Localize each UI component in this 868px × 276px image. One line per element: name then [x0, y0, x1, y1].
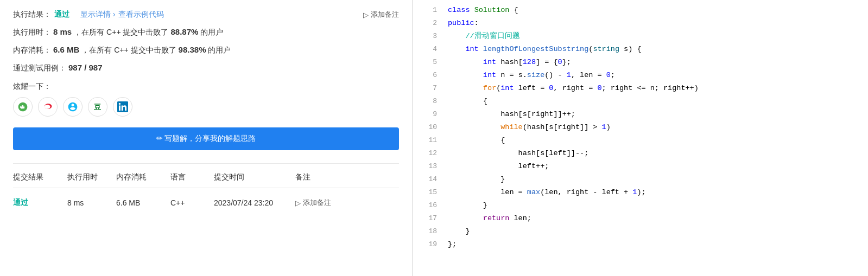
- mem-end: 的用户: [208, 46, 231, 55]
- flag-icon: ▷: [363, 11, 369, 19]
- code-line-14: 14 }: [413, 174, 868, 187]
- submission-table: 提交结果 执行用时 内存消耗 语言 提交时间 备注 通过 8 ms 6.6 MB…: [13, 163, 399, 212]
- social-icons: 豆: [13, 97, 399, 117]
- code-line-11: 11 {: [413, 134, 868, 147]
- row-add-note[interactable]: ▷ 添加备注: [295, 198, 350, 208]
- result-row: 执行结果： 通过 显示详情 › 查看示例代码 ▷ 添加备注: [13, 10, 399, 20]
- col-exec-time: 执行用时: [67, 172, 116, 182]
- memory-row: 内存消耗： 6.6 MB ，在所有 C++ 提交中击败了 98.38% 的用户: [13, 45, 399, 55]
- flag-icon-row: ▷: [295, 199, 301, 207]
- code-line-10: 10 while(hash[s[right]] > 1): [413, 121, 868, 134]
- code-panel: 1 class Solution { 2 public: 3 //滑动窗口问题 …: [413, 0, 868, 276]
- mem-label: 内存消耗：: [13, 46, 51, 55]
- code-line-12: 12 hash[s[left]]--;: [413, 147, 868, 161]
- code-line-6: 6 int n = s.size() - 1, len = 0;: [413, 69, 868, 82]
- code-block: 1 class Solution { 2 public: 3 //滑动窗口问题 …: [413, 0, 868, 256]
- col-note: 备注: [295, 172, 350, 182]
- code-line-5: 5 int hash[128] = {0};: [413, 56, 868, 69]
- code-line-4: 4 int lengthOfLongestSubstring(string s)…: [413, 43, 868, 56]
- row-submit-time: 2023/07/24 23:20: [214, 198, 295, 207]
- mem-value: 6.6 MB: [53, 45, 79, 54]
- code-line-18: 18 }: [413, 226, 868, 239]
- row-exec-time: 8 ms: [67, 198, 116, 207]
- show-details-link[interactable]: 显示详情 ›: [80, 10, 116, 20]
- code-line-13: 13 left++;: [413, 161, 868, 174]
- wechat-icon[interactable]: [13, 97, 33, 117]
- code-line-15: 15 len = max(len, right - left + 1);: [413, 187, 868, 200]
- mem-suffix: ，在所有 C++ 提交中击败了: [81, 46, 176, 55]
- exec-time-value: 8 ms: [53, 27, 72, 36]
- row-memory: 6.6 MB: [116, 198, 170, 207]
- result-status: 通过: [54, 10, 69, 20]
- code-line-8: 8 {: [413, 95, 868, 108]
- svg-text:豆: 豆: [94, 103, 101, 111]
- share-label: 炫耀一下：: [13, 82, 399, 92]
- add-note-button-top[interactable]: ▷ 添加备注: [363, 10, 399, 20]
- code-line-19: 19 };: [413, 239, 868, 252]
- code-line-9: 9 hash[s[right]]++;: [413, 108, 868, 121]
- row-status: 通过: [13, 198, 67, 208]
- exec-time-end: 的用户: [200, 28, 223, 37]
- col-lang: 语言: [170, 172, 214, 182]
- code-line-3: 3 //滑动窗口问题: [413, 30, 868, 43]
- view-sample-link[interactable]: 查看示例代码: [118, 10, 164, 20]
- left-panel: 执行结果： 通过 显示详情 › 查看示例代码 ▷ 添加备注 执行用时： 8 ms…: [0, 0, 413, 276]
- test-value: 987 / 987: [68, 63, 103, 72]
- exec-time-percent: 88.87%: [170, 27, 198, 36]
- code-line-2: 2 public:: [413, 17, 868, 30]
- code-line-7: 7 for(int left = 0, right = 0; right <= …: [413, 82, 868, 95]
- table-row: 通过 8 ms 6.6 MB C++ 2023/07/24 23:20 ▷ 添加…: [13, 194, 399, 212]
- exec-time-row: 执行用时： 8 ms ，在所有 C++ 提交中击败了 88.87% 的用户: [13, 27, 399, 37]
- write-solution-button[interactable]: ✏ 写题解，分享我的解题思路: [13, 127, 399, 150]
- row-lang: C++: [170, 198, 214, 207]
- qq-icon[interactable]: [63, 97, 83, 117]
- col-result: 提交结果: [13, 172, 67, 182]
- douban-icon[interactable]: 豆: [88, 97, 107, 117]
- col-memory: 内存消耗: [116, 172, 170, 182]
- test-row: 通过测试用例： 987 / 987: [13, 63, 399, 73]
- result-label: 执行结果：: [13, 10, 51, 20]
- exec-time-suffix: ，在所有 C++ 提交中击败了: [74, 28, 168, 37]
- mem-percent: 98.38%: [179, 45, 206, 54]
- linkedin-icon[interactable]: [113, 97, 132, 117]
- table-header: 提交结果 执行用时 内存消耗 语言 提交时间 备注: [13, 172, 399, 188]
- weibo-icon[interactable]: [38, 97, 58, 117]
- test-label: 通过测试用例：: [13, 63, 66, 73]
- exec-time-label: 执行用时：: [13, 28, 51, 37]
- code-line-1: 1 class Solution {: [413, 4, 868, 17]
- code-line-17: 17 return len;: [413, 213, 868, 226]
- col-submit-time: 提交时间: [214, 172, 295, 182]
- separator1: [74, 10, 76, 19]
- code-line-16: 16 }: [413, 200, 868, 213]
